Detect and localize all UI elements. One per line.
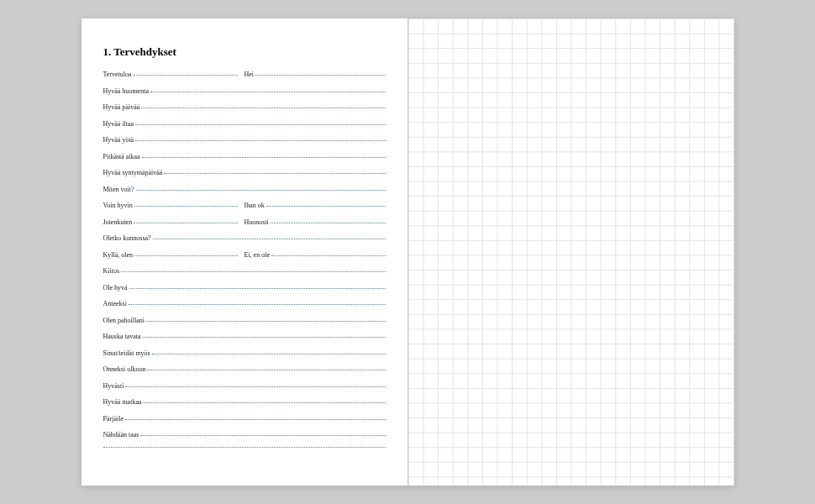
fill-line	[143, 402, 385, 403]
vocabulary-row: Sinut/teidät myös	[103, 349, 386, 366]
fill-line	[103, 447, 386, 448]
fill-line	[271, 255, 386, 256]
term-text: Tervetuloa	[103, 71, 134, 78]
vocabulary-row: Hyvää huomenta	[103, 87, 386, 104]
term-text: Ei, en ole	[244, 251, 271, 259]
blank-line	[103, 448, 386, 449]
fill-line	[143, 337, 386, 338]
vocabulary-entry: Hauska tavata	[103, 333, 386, 340]
vocabulary-entry: Hyvää matkaa	[103, 398, 386, 406]
vocabulary-entry-left: Jotenkuten	[103, 218, 244, 226]
fill-line	[134, 223, 237, 223]
vocabulary-entry: Ole hyvä	[103, 284, 386, 291]
vocabulary-row: JotenkutenHuonosti	[103, 218, 386, 235]
vocabulary-entry-right: Hei	[244, 71, 386, 78]
vocabulary-row	[103, 448, 386, 465]
term-text: Kyllä, olen	[103, 251, 135, 259]
term-text: Hyvää matkaa	[103, 398, 144, 406]
fill-line	[142, 157, 386, 158]
vocabulary-row: Oletko kunnossa?	[103, 234, 386, 251]
vocabulary-entry-right: Huonosti	[244, 218, 386, 226]
term-text: Anteeksi	[103, 300, 129, 307]
term-text: Pärjäile	[103, 415, 125, 423]
term-text: Hyvää huomenta	[103, 87, 150, 95]
vocabulary-row: Kiitos	[103, 267, 386, 284]
vocabulary-entry: Nähdään taas	[103, 431, 386, 438]
vocabulary-row: Hyvää yötä	[103, 136, 386, 153]
vocabulary-row: Anteeksi	[103, 300, 386, 317]
term-text: Hei	[244, 71, 256, 78]
term-text: Onneksi olkoon	[103, 365, 148, 373]
fill-line	[121, 271, 385, 272]
term-text: Oletko kunnossa?	[103, 234, 153, 242]
term-text: Ole hyvä	[103, 284, 129, 291]
vocabulary-entry: Hyvää huomenta	[103, 87, 386, 95]
term-text: Kiitos	[103, 267, 122, 275]
fill-line	[129, 288, 386, 289]
term-text: Hyvää päivää	[103, 103, 142, 111]
vocabulary-entry: Hyvää päivää	[103, 103, 386, 111]
fill-line	[255, 75, 385, 76]
fill-line	[266, 206, 386, 207]
vocabulary-entry-right: Ihan ok	[244, 202, 386, 209]
fill-line	[125, 386, 385, 387]
fill-line	[153, 239, 386, 239]
vocabulary-entry: Miten voit?	[103, 186, 386, 193]
right-page-grid	[408, 18, 734, 486]
vocabulary-row: Hyvästi	[103, 382, 386, 399]
fill-line	[146, 321, 385, 322]
fill-line	[134, 75, 238, 76]
notebook-spread: 1. Tervehdykset TervetuloaHeiHyvää huome…	[82, 18, 734, 486]
fill-line	[152, 354, 386, 354]
vocabulary-entry: Oletko kunnossa?	[103, 234, 386, 242]
fill-line	[147, 370, 385, 370]
fill-line	[164, 173, 385, 174]
vocabulary-entry: Olen pahoillani	[103, 317, 386, 324]
vocabulary-row: Pitkästä aikaa	[103, 153, 386, 170]
term-text: Hauska tavata	[103, 333, 143, 340]
vocabulary-entry: Hyvää syntymäpäivää	[103, 169, 386, 176]
vocabulary-row: Pärjäile	[103, 415, 386, 432]
fill-line	[140, 435, 385, 436]
vocabulary-entry: Kiitos	[103, 267, 386, 275]
vocabulary-entry: Hyvästi	[103, 382, 386, 390]
term-text: Hyvästi	[103, 382, 126, 390]
vocabulary-entry: Hyvää yötä	[103, 136, 386, 144]
vocabulary-row: Onneksi olkoon	[103, 365, 386, 382]
vocabulary-row: Ole hyvä	[103, 284, 386, 301]
vocabulary-row: Olen pahoillani	[103, 317, 386, 333]
vocabulary-row: Hyvää matkaa	[103, 398, 386, 415]
section-heading: 1. Tervehdykset	[103, 45, 386, 59]
term-text: Nähdään taas	[103, 431, 141, 438]
vocabulary-row: Hyvää syntymäpäivää	[103, 169, 386, 186]
term-text: Miten voit?	[103, 186, 136, 193]
vocabulary-entry: Pitkästä aikaa	[103, 153, 386, 160]
fill-line	[134, 206, 238, 207]
term-text: Hyvää iltaa	[103, 120, 136, 128]
vocabulary-row: Hauska tavata	[103, 333, 386, 349]
fill-line	[271, 223, 386, 223]
term-text: Sinut/teidät myös	[103, 349, 152, 357]
term-text: Ihan ok	[244, 202, 266, 209]
vocabulary-entry: Hyvää iltaa	[103, 120, 386, 128]
vocabulary-entry: Anteeksi	[103, 300, 386, 307]
fill-line	[135, 124, 385, 125]
vocabulary-entry-left: Kyllä, olen	[103, 251, 244, 259]
left-page: 1. Tervehdykset TervetuloaHeiHyvää huome…	[82, 18, 408, 486]
vocabulary-entry: Sinut/teidät myös	[103, 349, 386, 357]
term-text: Huonosti	[244, 218, 271, 226]
fill-line	[135, 140, 385, 141]
fill-line	[129, 304, 386, 305]
vocabulary-row: Hyvää iltaa	[103, 120, 386, 137]
fill-line	[136, 190, 386, 191]
term-text: Hyvää yötä	[103, 136, 136, 144]
vocabulary-row: TervetuloaHei	[103, 71, 386, 87]
fill-line	[134, 255, 237, 256]
fill-line	[141, 108, 385, 108]
vocabulary-entry-right: Ei, en ole	[244, 251, 386, 259]
vocabulary-entry-left: Voin hyvin	[103, 202, 244, 209]
fill-line	[125, 419, 386, 420]
vocabulary-row: Kyllä, olenEi, en ole	[103, 251, 386, 268]
vocabulary-list: TervetuloaHeiHyvää huomentaHyvää päivääH…	[103, 71, 386, 464]
vocabulary-row: Nähdään taas	[103, 431, 386, 448]
